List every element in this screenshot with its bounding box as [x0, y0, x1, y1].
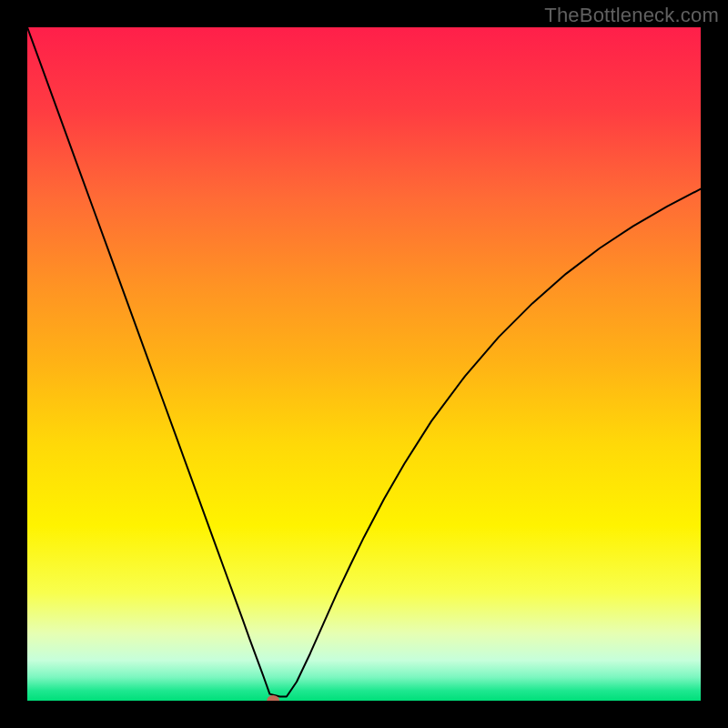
gradient-background — [27, 27, 701, 701]
watermark-label: TheBottleneck.com — [544, 4, 719, 27]
plot-area — [27, 27, 701, 701]
chart-frame: TheBottleneck.com — [0, 0, 728, 728]
chart-svg — [27, 27, 701, 701]
